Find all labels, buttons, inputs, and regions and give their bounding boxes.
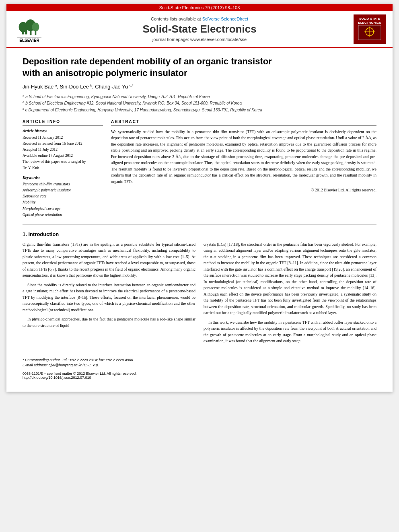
- article-title: Deposition rate dependent mobility of an…: [23, 56, 376, 79]
- email-text: E-mail address: cjyu@hanyang.ac.kr (C.-J…: [23, 363, 99, 367]
- available-date: Available online 17 August 2012: [23, 154, 73, 158]
- affiliation-a: a a School of Electronics Engineering, K…: [23, 94, 210, 99]
- footnote-area: * Corresponding author. Tel.: +82 2 2220…: [23, 354, 376, 380]
- affiliations: a a School of Electronics Engineering, K…: [23, 93, 376, 113]
- intro-para-3: In physico-chemical approaches, due to t…: [23, 316, 195, 329]
- elsevier-logo: ELSEVIER: [17, 16, 41, 43]
- keywords-label: Keywords:: [23, 175, 103, 180]
- journal-citation-text: Solid-State Electronics 79 (2013) 98–103: [159, 5, 240, 10]
- journal-citation-bar: Solid-State Electronics 79 (2013) 98–103: [6, 4, 393, 11]
- intro-para-1: Organic thin-film transistors (TFTs) are…: [23, 241, 195, 279]
- authors: Jin-Hyuk Bae a, Sin-Doo Lee b, Chang-Jae…: [23, 84, 376, 90]
- body-right-column: crystals (LCs) [17,18], the structural o…: [204, 241, 376, 347]
- review-note: The review of this paper was arranged by…: [23, 160, 86, 170]
- info-abstract-section: ARTICLE INFO Article history: Received 1…: [23, 119, 376, 218]
- journal-header: ELSEVIER Contents lists available at Sci…: [6, 11, 393, 48]
- history-label: Article history:: [23, 129, 103, 133]
- article-info-heading: ARTICLE INFO: [23, 119, 103, 125]
- elsevier-tree-icon: [17, 16, 41, 36]
- copyright-notice: © 2012 Elsevier Ltd. All rights reserved…: [111, 188, 376, 192]
- journal-center-info: Contents lists available at SciVerse Sci…: [51, 14, 348, 44]
- sse-logo-text: SOLID-STATEELECTRONICS: [356, 17, 383, 25]
- keywords-section: Keywords: Pentacene thin-film transistor…: [23, 175, 103, 218]
- affiliation-b: b b School of Electrical Engineering #32…: [23, 101, 242, 105]
- doi-section: 0038-1101/$ – see front matter © 2012 El…: [23, 372, 376, 380]
- article-content: Deposition rate dependent mobility of an…: [6, 48, 393, 392]
- sciverse-link[interactable]: SciVerse ScienceDirect: [202, 16, 248, 21]
- affiliation-c: c c Department of Electronic Engineering…: [23, 108, 262, 112]
- sse-logo-graphic: [358, 25, 382, 41]
- revised-date: Received in revised form 16 June 2012: [23, 142, 82, 146]
- right-para-1: crystals (LCs) [17,18], the structural o…: [204, 241, 376, 316]
- received-date: Received 11 January 2012: [23, 136, 63, 140]
- elsevier-wordmark: ELSEVIER: [17, 37, 41, 43]
- issn-line: 0038-1101/$ – see front matter © 2012 El…: [23, 372, 376, 376]
- section-divider: [23, 224, 376, 225]
- keywords-list: Pentacene thin-film transistors Anisotro…: [23, 181, 103, 218]
- corresponding-text: * Corresponding author. Tel.: +82 2 2220…: [23, 358, 134, 362]
- elsevier-logo-container: ELSEVIER: [11, 14, 47, 44]
- abstract-section: ABSTRACT We systematically studied how t…: [111, 119, 376, 218]
- journal-title: Solid-State Electronics: [142, 23, 256, 35]
- article-history: Received 11 January 2012 Received in rev…: [23, 135, 103, 171]
- page: Solid-State Electronics 79 (2013) 98–103…: [6, 4, 393, 392]
- right-para-2: In this work, we describe how the mobili…: [204, 319, 376, 344]
- intro-para-2: Since the mobility is directly related t…: [23, 282, 195, 313]
- corresponding-footnote: * Corresponding author. Tel.: +82 2 2220…: [23, 357, 376, 368]
- article-info-column: ARTICLE INFO Article history: Received 1…: [23, 119, 103, 218]
- contents-link: Contents lists available at SciVerse Sci…: [151, 16, 248, 21]
- journal-homepage: journal homepage: www.elsevier.com/locat…: [152, 37, 247, 42]
- abstract-heading: ABSTRACT: [111, 119, 376, 125]
- svg-rect-5: [30, 31, 32, 35]
- sse-logo: SOLID-STATEELECTRONICS: [354, 14, 386, 44]
- introduction-heading: 1. Introduction: [23, 231, 376, 237]
- abstract-body: We systematically studied how the mobili…: [111, 129, 376, 185]
- body-two-column: Organic thin-film transistors (TFTs) are…: [23, 241, 376, 347]
- accepted-date: Accepted 11 July 2012: [23, 148, 58, 152]
- svg-point-4: [32, 23, 39, 31]
- doi-line: http://dx.doi.org/10.1016/j.sse.2012.07.…: [23, 376, 376, 380]
- svg-rect-6: [35, 31, 37, 35]
- body-left-column: Organic thin-film transistors (TFTs) are…: [23, 241, 195, 347]
- sse-logo-container: SOLID-STATEELECTRONICS: [352, 14, 388, 44]
